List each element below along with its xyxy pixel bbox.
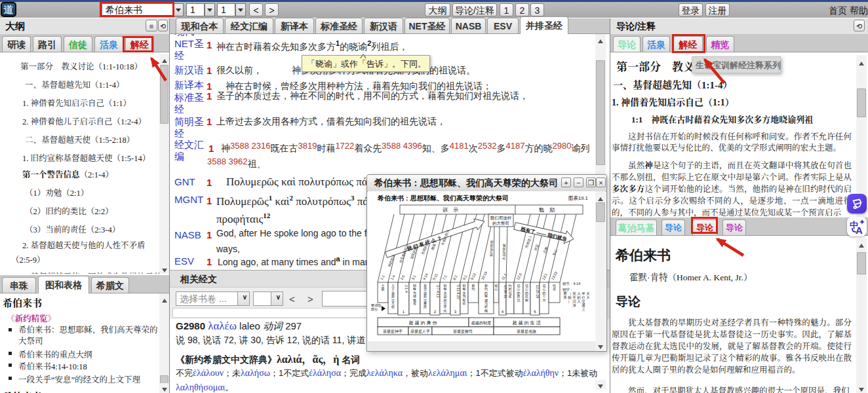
svg-text:核心: 核心 [494,284,498,291]
svg-text:8:1: 8:1 [452,274,458,281]
svg-text:5:11: 5:11 [432,273,439,281]
svg-text:基督是祭司: 基督是祭司 [453,329,473,334]
svg-text:2:5: 2:5 [400,274,406,281]
svg-text:新约的释放与权能: 新约的释放与权能 [484,284,488,313]
svg-text:1:1: 1:1 [380,274,385,281]
svg-text:A: A [856,225,863,236]
svg-text:耶稣永远超过亚伦: 耶稣永远超过亚伦 [443,284,447,313]
svg-text:9:13: 9:13 [470,272,477,280]
svg-text:基督是人子: 基督是人子 [410,329,430,334]
svg-text:3:7-4:13: 3:7-4:13 [436,285,440,297]
svg-text:结语: 结语 [553,284,556,291]
svg-text:基督是道路: 基督是道路 [517,329,536,334]
svg-text:忍耐: 忍耐 [542,246,549,254]
svg-text:基督是神子: 基督是神子 [383,329,403,334]
svg-text:13:1: 13:1 [542,272,548,280]
svg-text:人的入: 人的入 [577,291,581,303]
svg-text:图表19.1: 图表19.1 [568,195,588,201]
svg-text:7:1: 7:1 [442,274,448,281]
svg-text:基督远超过摩西: 基督远超过摩西 [424,284,427,309]
svg-text:主题: 主题 [382,284,385,291]
svg-text:1:4: 1:4 [390,274,396,281]
svg-text:永远的救赎: 永远的救赎 [502,244,507,260]
svg-text:钥节：4:14: 钥节：4:14 [562,282,580,286]
svg-text:专心: 专心 [551,249,557,257]
svg-text:的大祭司: 的大祭司 [492,221,509,226]
svg-text:5:11-6:20: 5:11-6:20 [456,285,460,299]
svg-text:耶稣永为祭司: 耶稣永为祭司 [463,284,466,305]
svg-text:超越的制度: 超越的制度 [471,320,491,326]
svg-text:超 越 的 生 活: 超 越 的 生 活 [513,320,542,326]
svg-text:信心的典范: 信心的典范 [517,284,521,303]
svg-text:新约: 新约 [472,284,475,291]
svg-text:天大: 天大 [586,291,590,299]
svg-text:我们有这样: 我们有这样 [490,215,512,221]
svg-text:约的信徒: 约的信徒 [509,284,512,299]
svg-text:平行交通上: 平行交通上 [582,291,585,311]
svg-text:9:1: 9:1 [462,274,468,281]
svg-text:耶稣为拯救者: 耶稣为拯救者 [412,284,416,305]
svg-text:信心的工作: 信心的工作 [542,284,547,302]
svg-text:2:1-4: 2:1-4 [404,285,408,293]
svg-text:12:25-29: 12:25-29 [536,285,540,299]
svg-text:12:3: 12:3 [516,272,523,280]
svg-text:（较）: （较） [568,291,572,303]
svg-text:儿子远超过天使: 儿子远超过天使 [391,284,395,309]
svg-text:超 越 的 身 份: 超 越 的 身 份 [409,320,438,326]
svg-text:信心的忍耐: 信心的忍耐 [524,284,528,302]
svg-text:更美: 更美 [563,291,567,299]
svg-text:希伯来书：思想耶稣、我们高天尊荣的大祭司: 希伯来书：思想耶稣、我们高天尊荣的大祭司 [377,195,509,202]
svg-text:部分: 部分 [371,307,378,312]
svg-text:3:1: 3:1 [411,274,417,281]
svg-text:训 示: 训 示 [443,207,458,213]
svg-text:新约的权能: 新约的权能 [489,240,494,257]
svg-text:4:14: 4:14 [422,272,429,280]
svg-text:勉 励: 勉 励 [539,207,555,213]
svg-text:10:26-31: 10:26-31 [503,285,507,299]
svg-text:13:22: 13:22 [551,271,559,280]
svg-text:10:19: 10:19 [481,271,488,280]
svg-text:完全洁净: 完全洁净 [572,291,576,307]
